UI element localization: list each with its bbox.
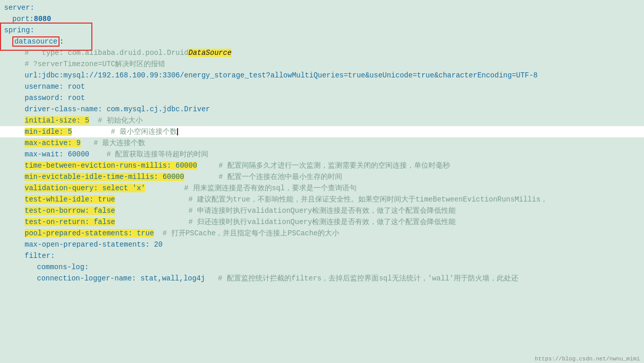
line-test-on-borrow: test-on-borrow: false # 申请连接时执行validatio… (0, 205, 644, 216)
line-datasource: datasource: (0, 36, 644, 47)
key-min-idle: min-idle: 5 (25, 128, 72, 136)
comment-min-idle: # 最小空闲连接个数 (72, 127, 177, 136)
line-spring: spring: (0, 25, 644, 36)
key-min-evictable: min-evictable-idle-time-millis: 60000 (25, 173, 184, 181)
key-commons-log: commons-log: (37, 263, 89, 271)
key-test-on-return: test-on-return: false (25, 218, 115, 226)
comment-initial-size: # 初始化大小 (89, 116, 143, 125)
key-test-while-idle: test-while-idle: true (25, 195, 115, 204)
comment-max-active: # 最大连接个数 (81, 138, 145, 148)
line-commons-log: commons-log: (0, 261, 644, 273)
line-connection-logger: connection-logger-name: stat,wall,log4j … (0, 273, 644, 284)
key-validation-query: validation-query: select 'x' (25, 184, 145, 192)
key-pool-prepared: pool-prepared-statements: true (25, 229, 154, 237)
value-port: 8080 (34, 15, 51, 23)
key-connection-logger: connection-logger-name: stat,wall,log4j (37, 274, 205, 283)
comment-test-while-idle: # 建议配置为true，不影响性能，并且保证安全性。如果空闲时间大于timeBe… (115, 195, 548, 204)
druid-highlight: DataSource (188, 49, 231, 57)
line-server: server: (0, 2, 644, 13)
line-max-open: max-open-prepared-statements: 20 (0, 239, 644, 250)
line-driver: driver-class-name: com.mysql.cj.jdbc.Dri… (0, 104, 644, 115)
code-editor: server: port: 8080 spring: datasource: #… (0, 0, 644, 363)
key-max-wait: max-wait: 60000 (25, 150, 89, 158)
comment-connection-logger: # 配置监控统计拦截的filters，去掉后监控界面sql无法统计，'wall'… (205, 274, 518, 283)
key-max-active: max-active: 9 (25, 139, 81, 147)
line-password: password: root (0, 92, 644, 104)
comment-type: # type: com.alibaba.druid.pool.Druid (25, 49, 188, 57)
line-min-idle: min-idle: 5 # 最小空闲连接个数 (0, 126, 644, 137)
line-timezone-comment: # ?serverTimezone=UTC解决时区的报错 (0, 58, 644, 70)
line-max-wait: max-wait: 60000 # 配置获取连接等待超时的时间 (0, 149, 644, 160)
colon-datasource: : (60, 37, 64, 46)
line-test-while-idle: test-while-idle: true # 建议配置为true，不影响性能，… (0, 194, 644, 205)
comment-pool-prepared: # 打开PSCache，并且指定每个连接上PSCache的大小 (154, 229, 339, 238)
key-url: url: (25, 71, 42, 79)
line-url: url: jdbc:mysql://192.168.100.99:3306/en… (0, 70, 644, 81)
key-time-between: time-between-eviction-runs-millis: 60000 (25, 162, 197, 170)
line-test-on-return: test-on-return: false # 归还连接时执行validatio… (0, 216, 644, 228)
line-port: port: 8080 (0, 13, 644, 25)
line-filter: filter: (0, 250, 644, 261)
line-validation-query: validation-query: select 'x' # 用来监测连接是否有… (0, 183, 644, 194)
key-username: username: root (25, 83, 85, 91)
line-initial-size: initial-size: 5 # 初始化大小 (0, 115, 644, 126)
line-pool-prepared: pool-prepared-statements: true # 打开PSCac… (0, 228, 644, 239)
comment-max-wait: # 配置获取连接等待超时的时间 (89, 150, 208, 159)
watermark: https://blog.csdn.net/nwnu_mimi (535, 356, 640, 362)
key-password: password: root (25, 94, 85, 102)
comment-validation-query: # 用来监测连接是否有效的sql，要求是一个查询语句 (145, 184, 357, 193)
line-max-active: max-active: 9 # 最大连接个数 (0, 137, 644, 149)
cursor (177, 128, 178, 135)
key-test-on-borrow: test-on-borrow: false (25, 207, 115, 215)
comment-time-between: # 配置间隔多久才进行一次监测，监测需要关闭的空闲连接，单位时毫秒 (197, 161, 450, 170)
comment-timezone: # ?serverTimezone=UTC解决时区的报错 (25, 59, 165, 69)
key-server: server: (4, 4, 34, 12)
key-port: port: (12, 15, 34, 23)
line-username: username: root (0, 81, 644, 92)
key-datasource: datasource (12, 36, 60, 47)
line-min-evictable: min-evictable-idle-time-millis: 60000 # … (0, 171, 644, 183)
key-driver: driver-class-name: com.mysql.cj.jdbc.Dri… (25, 105, 210, 113)
key-spring: spring: (4, 26, 34, 34)
key-initial-size: initial-size: 5 (25, 116, 89, 125)
comment-test-on-return: # 归还连接时执行validationQuery检测连接是否有效，做了这个配置会… (115, 217, 456, 227)
line-type-comment: # type: com.alibaba.druid.pool.DruidData… (0, 47, 644, 58)
key-filter: filter: (25, 252, 55, 260)
value-url: jdbc:mysql://192.168.100.99:3306/energy_… (42, 71, 538, 79)
comment-test-on-borrow: # 申请连接时执行validationQuery检测连接是否有效，做了这个配置会… (115, 206, 456, 215)
key-max-open: max-open-prepared-statements: 20 (25, 240, 163, 249)
comment-min-evictable: # 配置一个连接在池中最小生存的时间 (184, 172, 342, 182)
line-time-between: time-between-eviction-runs-millis: 60000… (0, 160, 644, 171)
